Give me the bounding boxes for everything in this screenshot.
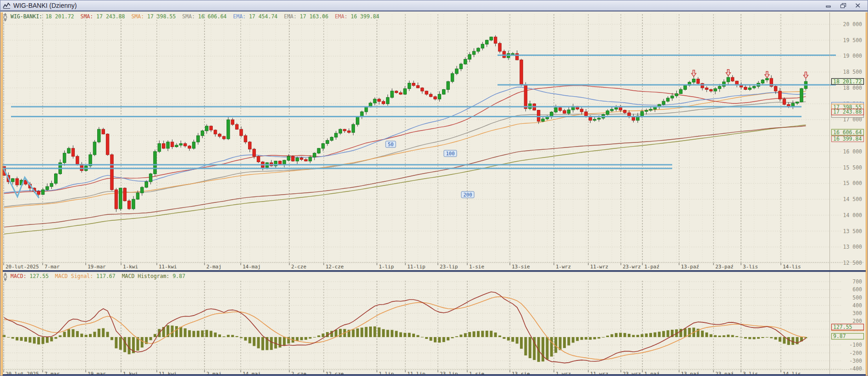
- svg-text:23-lip: 23-lip: [440, 264, 458, 270]
- legend-item: WIG-BANKI: 18 201.72: [11, 13, 74, 20]
- legend-label: SMA:: [80, 13, 96, 20]
- legend-value: 16 399.84: [351, 13, 379, 20]
- svg-text:23-paź: 23-paź: [715, 264, 734, 270]
- legend-label: MACD Signal:: [55, 273, 96, 279]
- svg-text:16 399.84: 16 399.84: [833, 136, 862, 142]
- svg-text:1-lip: 1-lip: [379, 264, 394, 270]
- chart-window: 5010020020 00019 50019 00018 50018 00017…: [0, 0, 868, 376]
- svg-text:19-mar: 19-mar: [88, 264, 106, 270]
- legend-item: EMA: 17 454.74: [233, 13, 277, 20]
- svg-text:11-kwi: 11-kwi: [159, 264, 177, 270]
- chart-canvas[interactable]: 5010020020 00019 50019 00018 50018 00017…: [0, 0, 868, 376]
- minimize-icon: [825, 3, 832, 8]
- legend-value: 17 243.88: [96, 13, 125, 20]
- legend-item: MACD: 127.55: [11, 273, 49, 279]
- svg-text:700: 700: [852, 278, 862, 285]
- legend-label: EMA:: [284, 13, 300, 20]
- svg-text:12-cze: 12-cze: [326, 264, 344, 270]
- legend-item: SMA: 16 606.64: [182, 13, 227, 20]
- svg-text:16 606.64: 16 606.64: [833, 129, 862, 136]
- close-button[interactable]: [853, 2, 863, 9]
- svg-text:13 500: 13 500: [843, 228, 862, 234]
- legend-value: 127.55: [30, 273, 49, 279]
- restore-icon: [840, 3, 846, 8]
- svg-text:14-lis: 14-lis: [783, 264, 801, 270]
- svg-text:100: 100: [446, 151, 455, 156]
- title-bar[interactable]: WIG-BANKI (Dzienny): [0, 0, 868, 11]
- svg-text:18 500: 18 500: [843, 69, 862, 75]
- pan-handle-icon[interactable]: [2, 12, 9, 22]
- svg-text:200: 200: [464, 192, 472, 197]
- legend-label: MACD Histogram:: [122, 273, 173, 279]
- main-indicator-legend: WIG-BANKI: 18 201.72SMA: 17 243.88SMA: 1…: [11, 13, 386, 20]
- svg-text:127.55: 127.55: [833, 324, 852, 330]
- legend-label: EMA:: [233, 13, 249, 20]
- legend-item: MACD Signal: 117.67: [55, 273, 116, 279]
- svg-text:2-maj: 2-maj: [206, 264, 221, 270]
- svg-text:13 000: 13 000: [843, 244, 862, 250]
- svg-text:20 000: 20 000: [843, 21, 862, 27]
- svg-text:400: 400: [852, 302, 862, 309]
- svg-text:300: 300: [852, 310, 862, 316]
- svg-text:13-sie: 13-sie: [512, 264, 530, 270]
- legend-value: 117.67: [96, 273, 116, 279]
- svg-text:1-kwi: 1-kwi: [123, 264, 138, 270]
- svg-text:14 000: 14 000: [843, 212, 862, 218]
- legend-label: SMA:: [131, 13, 147, 20]
- svg-text:16 000: 16 000: [843, 148, 862, 155]
- svg-text:20-lut-2025: 20-lut-2025: [6, 264, 39, 270]
- window-controls: [824, 2, 863, 9]
- svg-text:-200: -200: [849, 350, 862, 356]
- close-icon: [855, 3, 861, 8]
- svg-text:1-paź: 1-paź: [644, 264, 659, 270]
- svg-text:3-lis: 3-lis: [743, 264, 758, 270]
- svg-text:200: 200: [852, 318, 862, 324]
- legend-value: 17 398.55: [147, 13, 176, 20]
- svg-text:19 000: 19 000: [843, 53, 862, 59]
- svg-text:600: 600: [852, 286, 862, 293]
- legend-value: 9.87: [172, 273, 185, 279]
- svg-text:11-wrz: 11-wrz: [590, 264, 608, 270]
- svg-text:12 500: 12 500: [843, 260, 862, 266]
- legend-label: SMA:: [182, 13, 198, 20]
- svg-text:23-wrz: 23-wrz: [623, 264, 641, 270]
- svg-text:-400: -400: [849, 365, 862, 372]
- legend-label: WIG-BANKI:: [11, 13, 45, 20]
- svg-text:50: 50: [388, 142, 394, 147]
- svg-text:11-lip: 11-lip: [407, 264, 426, 270]
- svg-text:17 243.88: 17 243.88: [833, 109, 862, 115]
- svg-text:-100: -100: [849, 342, 862, 348]
- legend-item: SMA: 17 398.55: [131, 13, 176, 20]
- svg-text:18 000: 18 000: [843, 85, 862, 91]
- legend-label: MACD:: [11, 273, 30, 279]
- macd-indicator-legend: MACD: 127.55MACD Signal: 117.67MACD Hist…: [11, 273, 192, 279]
- svg-text:18 201.72: 18 201.72: [833, 78, 862, 85]
- svg-text:-300: -300: [849, 358, 862, 364]
- svg-text:19 500: 19 500: [843, 37, 862, 44]
- minimize-button[interactable]: [824, 2, 834, 9]
- legend-item: EMA: 17 163.06: [284, 13, 328, 20]
- svg-text:1-wrz: 1-wrz: [556, 264, 571, 270]
- svg-text:9.87: 9.87: [833, 333, 846, 339]
- legend-value: 17 454.74: [249, 13, 277, 20]
- svg-text:7-mar: 7-mar: [44, 264, 60, 270]
- legend-item: MACD Histogram: 9.87: [122, 273, 185, 279]
- chart-line-icon: [2, 2, 11, 9]
- svg-text:15 500: 15 500: [843, 164, 862, 171]
- legend-value: 17 163.06: [300, 13, 328, 20]
- pan-handle-icon[interactable]: [2, 272, 9, 282]
- svg-text:500: 500: [852, 294, 862, 301]
- svg-text:14 500: 14 500: [843, 196, 862, 202]
- legend-item: EMA: 16 399.84: [335, 13, 379, 20]
- restore-button[interactable]: [838, 2, 848, 9]
- svg-text:15 000: 15 000: [843, 180, 862, 186]
- svg-text:2-cze: 2-cze: [291, 264, 306, 270]
- legend-label: EMA:: [335, 13, 351, 20]
- svg-text:1-sie: 1-sie: [469, 264, 484, 270]
- window-title: WIG-BANKI (Dzienny): [13, 2, 77, 9]
- legend-value: 18 201.72: [45, 13, 74, 20]
- legend-item: SMA: 17 243.88: [80, 13, 125, 20]
- svg-text:13-paź: 13-paź: [681, 264, 699, 270]
- legend-value: 16 606.64: [198, 13, 227, 20]
- svg-text:14-maj: 14-maj: [243, 264, 261, 270]
